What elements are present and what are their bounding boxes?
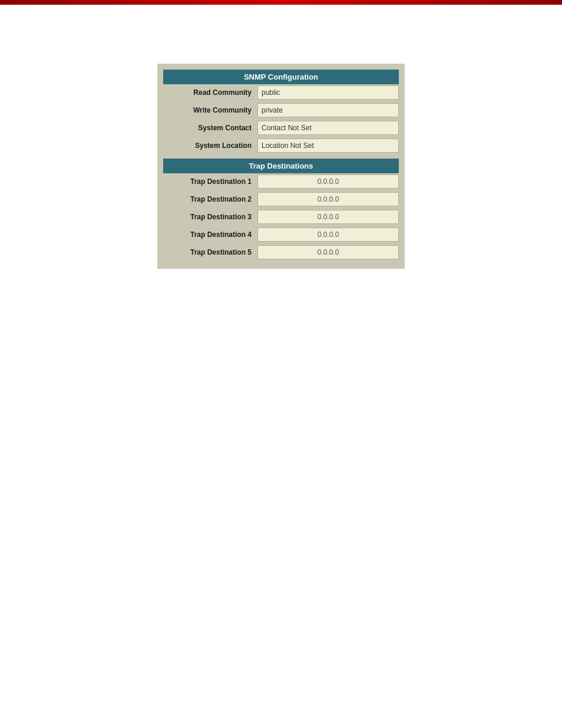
system-location-label: System Location: [163, 141, 257, 150]
read-community-input[interactable]: [257, 85, 399, 100]
trap-destination-row-2: Trap Destination 2: [163, 192, 399, 206]
trap-destination-5-input[interactable]: [257, 245, 399, 259]
trap-rows-container: Trap Destination 1Trap Destination 2Trap…: [163, 174, 399, 259]
trap-destination-1-label: Trap Destination 1: [163, 177, 257, 186]
read-community-label: Read Community: [163, 88, 257, 97]
write-community-label: Write Community: [163, 106, 257, 114]
system-contact-input[interactable]: [257, 121, 399, 135]
trap-destination-2-label: Trap Destination 2: [163, 195, 257, 203]
system-contact-row: System Contact: [163, 121, 399, 135]
trap-destination-4-label: Trap Destination 4: [163, 230, 257, 239]
trap-destination-2-input[interactable]: [257, 192, 399, 206]
trap-destination-row-4: Trap Destination 4: [163, 228, 399, 242]
trap-destinations-label: Trap Destinations: [249, 162, 313, 170]
write-community-row: Write Community: [163, 103, 399, 117]
trap-destinations-header: Trap Destinations: [163, 159, 399, 173]
snmp-config-header: SNMP Configuration: [163, 70, 399, 84]
trap-destination-row-1: Trap Destination 1: [163, 174, 399, 189]
write-community-input[interactable]: [257, 103, 399, 117]
trap-destination-1-input[interactable]: [257, 174, 399, 189]
snmp-config-label: SNMP Configuration: [244, 73, 318, 81]
page-wrapper: SNMP Configuration Read Community Write …: [0, 17, 562, 269]
trap-destination-3-input[interactable]: [257, 210, 399, 224]
read-community-row: Read Community: [163, 85, 399, 100]
trap-destination-4-input[interactable]: [257, 228, 399, 242]
system-location-row: System Location: [163, 139, 399, 153]
system-contact-label: System Contact: [163, 124, 257, 132]
trap-destination-5-label: Trap Destination 5: [163, 248, 257, 256]
top-bar: [0, 0, 562, 5]
trap-destination-row-3: Trap Destination 3: [163, 210, 399, 224]
config-table: SNMP Configuration Read Community Write …: [157, 64, 405, 269]
trap-destination-row-5: Trap Destination 5: [163, 245, 399, 259]
system-location-input[interactable]: [257, 139, 399, 153]
trap-destination-3-label: Trap Destination 3: [163, 213, 257, 221]
